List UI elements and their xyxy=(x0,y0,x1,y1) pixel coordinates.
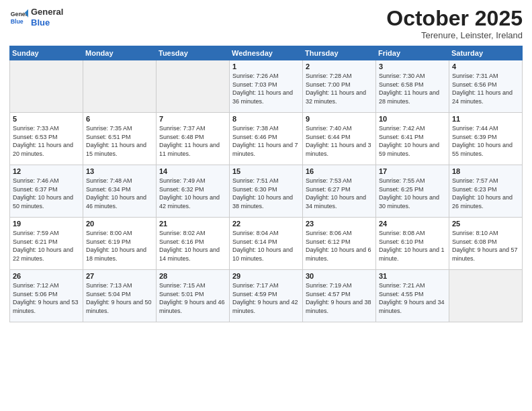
day-sunrise: Sunrise: 7:51 AM xyxy=(232,177,279,184)
day-number: 7 xyxy=(159,115,226,123)
day-sunset: Sunset: 4:55 PM xyxy=(379,291,424,298)
header-saturday: Saturday xyxy=(449,46,523,60)
week-row-0: 1Sunrise: 7:26 AMSunset: 7:03 PMDaylight… xyxy=(10,60,523,113)
day-daylight: Daylight: 10 hours and 22 minutes. xyxy=(13,246,73,262)
header-tuesday: Tuesday xyxy=(157,46,230,60)
week-row-2: 12Sunrise: 7:46 AMSunset: 6:37 PMDayligh… xyxy=(10,165,523,218)
day-sunset: Sunset: 5:01 PM xyxy=(159,291,204,298)
day-sunrise: Sunrise: 7:21 AM xyxy=(379,282,425,289)
calendar-cell-1-3: 8Sunrise: 7:38 AMSunset: 6:46 PMDaylight… xyxy=(230,113,303,165)
calendar-cell-2-0: 12Sunrise: 7:46 AMSunset: 6:37 PMDayligh… xyxy=(10,165,83,218)
header-row: Sunday Monday Tuesday Wednesday Thursday… xyxy=(10,46,523,60)
day-number: 9 xyxy=(306,115,373,123)
logo-text: General Blue xyxy=(31,7,63,28)
week-row-1: 5Sunrise: 7:33 AMSunset: 6:53 PMDaylight… xyxy=(10,113,523,165)
day-sunrise: Sunrise: 8:08 AM xyxy=(379,230,425,236)
calendar-cell-4-4: 30Sunrise: 7:19 AMSunset: 4:57 PMDayligh… xyxy=(303,270,376,322)
day-number: 12 xyxy=(13,167,80,175)
day-sunrise: Sunrise: 8:04 AM xyxy=(232,230,279,236)
day-number: 14 xyxy=(159,167,226,175)
day-number: 10 xyxy=(379,115,446,123)
day-sunrise: Sunrise: 7:53 AM xyxy=(306,177,352,184)
day-number: 11 xyxy=(452,115,519,123)
day-sunrise: Sunrise: 7:30 AM xyxy=(379,73,425,79)
day-sunset: Sunset: 6:21 PM xyxy=(13,238,58,245)
day-daylight: Daylight: 11 hours and 11 minutes. xyxy=(159,142,220,157)
day-daylight: Daylight: 11 hours and 3 minutes. xyxy=(306,142,371,157)
calendar-cell-0-1 xyxy=(83,60,157,113)
day-sunset: Sunset: 6:12 PM xyxy=(306,238,351,245)
day-daylight: Daylight: 10 hours and 30 minutes. xyxy=(379,194,439,210)
day-sunrise: Sunrise: 7:57 AM xyxy=(452,177,498,184)
day-number: 27 xyxy=(86,272,153,280)
header-sunday: Sunday xyxy=(10,46,83,60)
day-sunrise: Sunrise: 7:55 AM xyxy=(379,177,425,184)
day-sunset: Sunset: 6:58 PM xyxy=(379,81,424,88)
day-sunset: Sunset: 7:00 PM xyxy=(306,81,351,88)
day-number: 17 xyxy=(379,167,446,175)
day-number: 21 xyxy=(159,220,226,228)
day-daylight: Daylight: 10 hours and 59 minutes. xyxy=(379,142,439,157)
day-number: 24 xyxy=(379,220,446,228)
day-daylight: Daylight: 10 hours and 26 minutes. xyxy=(452,194,513,210)
day-number: 30 xyxy=(306,272,373,280)
day-sunrise: Sunrise: 7:59 AM xyxy=(13,230,59,236)
day-sunset: Sunset: 6:44 PM xyxy=(306,134,351,140)
calendar-cell-2-5: 17Sunrise: 7:55 AMSunset: 6:25 PMDayligh… xyxy=(376,165,449,218)
day-daylight: Daylight: 10 hours and 18 minutes. xyxy=(86,246,146,262)
day-sunrise: Sunrise: 8:02 AM xyxy=(159,230,206,236)
day-daylight: Daylight: 9 hours and 53 minutes. xyxy=(13,299,79,314)
day-number: 31 xyxy=(379,272,446,280)
calendar-cell-0-0 xyxy=(10,60,83,113)
day-sunset: Sunset: 5:06 PM xyxy=(13,291,58,298)
week-row-3: 19Sunrise: 7:59 AMSunset: 6:21 PMDayligh… xyxy=(10,218,523,270)
location-subtitle: Terenure, Leinster, Ireland xyxy=(386,30,523,40)
day-number: 15 xyxy=(232,167,300,175)
day-sunrise: Sunrise: 7:37 AM xyxy=(159,125,206,132)
calendar-cell-0-3: 1Sunrise: 7:26 AMSunset: 7:03 PMDaylight… xyxy=(230,60,303,113)
day-sunset: Sunset: 6:46 PM xyxy=(232,134,277,140)
day-sunset: Sunset: 6:34 PM xyxy=(86,186,131,193)
calendar-cell-1-0: 5Sunrise: 7:33 AMSunset: 6:53 PMDaylight… xyxy=(10,113,83,165)
month-title: October 2025 xyxy=(386,7,523,30)
calendar-cell-2-4: 16Sunrise: 7:53 AMSunset: 6:27 PMDayligh… xyxy=(303,165,376,218)
svg-text:Blue: Blue xyxy=(11,17,24,24)
day-daylight: Daylight: 11 hours and 28 minutes. xyxy=(379,89,439,105)
day-sunrise: Sunrise: 7:44 AM xyxy=(452,125,498,132)
day-daylight: Daylight: 11 hours and 24 minutes. xyxy=(452,89,513,105)
day-daylight: Daylight: 11 hours and 7 minutes. xyxy=(232,142,298,157)
day-daylight: Daylight: 9 hours and 38 minutes. xyxy=(306,299,371,314)
day-daylight: Daylight: 10 hours and 1 minute. xyxy=(379,246,445,262)
day-number: 3 xyxy=(379,62,446,71)
day-sunset: Sunset: 6:27 PM xyxy=(306,186,351,193)
calendar-header: Sunday Monday Tuesday Wednesday Thursday… xyxy=(10,46,523,60)
calendar-cell-3-2: 21Sunrise: 8:02 AMSunset: 6:16 PMDayligh… xyxy=(157,218,230,270)
day-sunset: Sunset: 6:30 PM xyxy=(232,186,277,193)
header-monday: Monday xyxy=(83,46,157,60)
calendar-cell-1-5: 10Sunrise: 7:42 AMSunset: 6:41 PMDayligh… xyxy=(376,113,449,165)
calendar-cell-4-2: 28Sunrise: 7:15 AMSunset: 5:01 PMDayligh… xyxy=(157,270,230,322)
logo-icon: General Blue xyxy=(9,8,28,27)
day-sunset: Sunset: 6:23 PM xyxy=(452,186,497,193)
day-number: 2 xyxy=(306,62,373,71)
day-daylight: Daylight: 10 hours and 38 minutes. xyxy=(232,194,293,210)
day-daylight: Daylight: 9 hours and 57 minutes. xyxy=(452,246,518,262)
day-sunset: Sunset: 7:03 PM xyxy=(232,81,277,88)
day-sunrise: Sunrise: 7:12 AM xyxy=(13,282,59,289)
day-sunrise: Sunrise: 8:10 AM xyxy=(452,230,498,236)
day-sunrise: Sunrise: 7:40 AM xyxy=(306,125,352,132)
day-sunrise: Sunrise: 7:19 AM xyxy=(306,282,352,289)
day-sunset: Sunset: 6:32 PM xyxy=(159,186,204,193)
day-sunset: Sunset: 6:16 PM xyxy=(159,238,204,245)
day-number: 25 xyxy=(452,220,519,228)
calendar-cell-1-6: 11Sunrise: 7:44 AMSunset: 6:39 PMDayligh… xyxy=(449,113,523,165)
calendar-cell-4-5: 31Sunrise: 7:21 AMSunset: 4:55 PMDayligh… xyxy=(376,270,449,322)
day-daylight: Daylight: 10 hours and 34 minutes. xyxy=(306,194,366,210)
day-sunrise: Sunrise: 7:49 AM xyxy=(159,177,206,184)
day-sunset: Sunset: 6:51 PM xyxy=(86,134,131,140)
day-daylight: Daylight: 10 hours and 10 minutes. xyxy=(232,246,293,262)
day-daylight: Daylight: 10 hours and 50 minutes. xyxy=(13,194,73,210)
logo-general: General xyxy=(31,7,63,17)
calendar-cell-4-1: 27Sunrise: 7:13 AMSunset: 5:04 PMDayligh… xyxy=(83,270,157,322)
day-sunset: Sunset: 5:04 PM xyxy=(86,291,131,298)
